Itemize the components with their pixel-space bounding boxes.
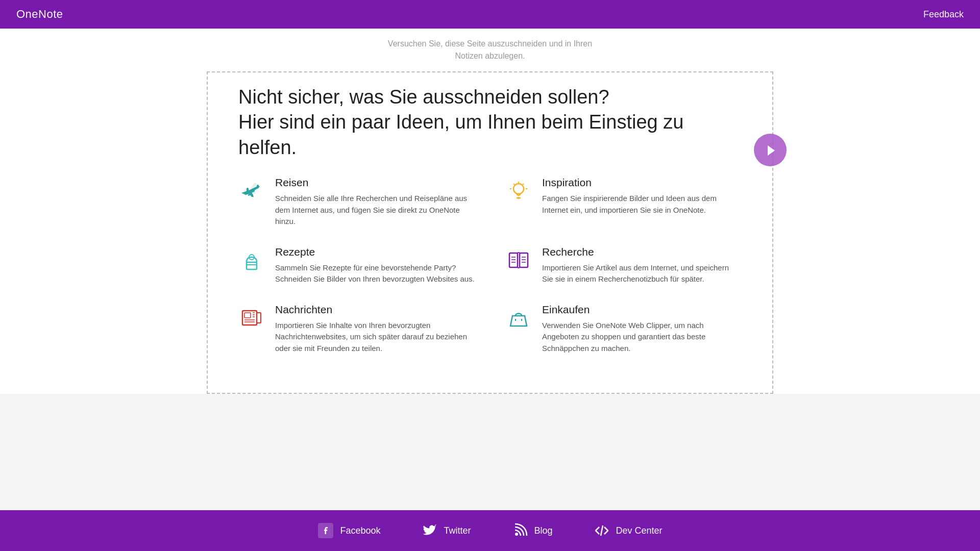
inspiration-icon	[505, 178, 532, 204]
app-logo: OneNote	[16, 8, 63, 21]
travel-icon	[238, 178, 265, 204]
item-inspiration-title: Inspiration	[542, 177, 742, 189]
recipes-icon	[238, 247, 265, 273]
item-recherche-desc: Importieren Sie Artikel aus dem Internet…	[542, 262, 742, 285]
svg-point-31	[515, 533, 518, 536]
item-reisen-desc: Schneiden Sie alle Ihre Recherchen und R…	[275, 193, 475, 228]
items-grid: Reisen Schneiden Sie alle Ihre Recherche…	[238, 177, 742, 372]
footer-facebook[interactable]: Facebook	[317, 522, 380, 539]
twitter-label: Twitter	[444, 525, 471, 536]
facebook-icon	[317, 522, 334, 539]
svg-rect-13	[520, 253, 528, 267]
news-icon	[238, 305, 265, 331]
item-nachrichten: Nachrichten Importieren Sie Inhalte von …	[238, 304, 475, 355]
svg-rect-12	[509, 253, 518, 267]
content-box: Nicht sicher, was Sie ausschneiden solle…	[207, 71, 773, 394]
item-rezepte: Rezepte Sammeln Sie Rezepte für eine bev…	[238, 246, 475, 285]
item-recherche-title: Recherche	[542, 246, 742, 258]
item-recherche: Recherche Importieren Sie Artikel aus de…	[505, 246, 742, 285]
facebook-label: Facebook	[340, 525, 380, 536]
item-inspiration-desc: Fangen Sie inspirierende Bilder und Idee…	[542, 193, 742, 216]
devcenter-label: Dev Center	[616, 525, 663, 536]
footer-devcenter[interactable]: Dev Center	[594, 522, 663, 539]
feedback-button[interactable]: Feedback	[923, 9, 964, 20]
hint-text: Versuchen Sie, diese Seite auszuschneide…	[207, 38, 773, 62]
blog-icon	[512, 522, 528, 539]
topbar: OneNote Feedback	[0, 0, 980, 29]
svg-rect-9	[247, 262, 257, 269]
footer-twitter[interactable]: Twitter	[421, 522, 471, 539]
item-reisen: Reisen Schneiden Sie alle Ihre Recherche…	[238, 177, 475, 228]
shopping-icon	[505, 305, 532, 331]
main-content: Versuchen Sie, diese Seite auszuschneide…	[0, 29, 980, 394]
item-nachrichten-desc: Importieren Sie Inhalte von Ihren bevorz…	[275, 320, 475, 355]
svg-rect-22	[244, 313, 251, 318]
svg-line-7	[513, 184, 514, 185]
item-rezepte-title: Rezepte	[275, 246, 475, 258]
svg-marker-0	[241, 186, 260, 197]
footer-blog[interactable]: Blog	[512, 522, 553, 539]
svg-point-1	[513, 184, 524, 194]
item-nachrichten-title: Nachrichten	[275, 304, 475, 316]
svg-line-8	[523, 184, 524, 185]
footer: Facebook Twitter Blog Dev	[0, 510, 980, 551]
blog-label: Blog	[534, 525, 553, 536]
item-rezepte-desc: Sammeln Sie Rezepte für eine bevorstehen…	[275, 262, 475, 285]
twitter-icon	[421, 522, 437, 539]
research-icon	[505, 247, 532, 273]
main-heading: Nicht sicher, was Sie ausschneiden solle…	[238, 85, 742, 160]
item-einkaufen: Einkaufen Verwenden Sie OneNote Web Clip…	[505, 304, 742, 355]
item-einkaufen-desc: Verwenden Sie OneNote Web Clipper, um na…	[542, 320, 742, 355]
item-reisen-title: Reisen	[275, 177, 475, 189]
item-einkaufen-title: Einkaufen	[542, 304, 742, 316]
item-inspiration: Inspiration Fangen Sie inspirierende Bil…	[505, 177, 742, 228]
devcenter-icon	[594, 522, 610, 539]
svg-line-32	[601, 525, 603, 536]
cursor-indicator	[754, 134, 787, 166]
